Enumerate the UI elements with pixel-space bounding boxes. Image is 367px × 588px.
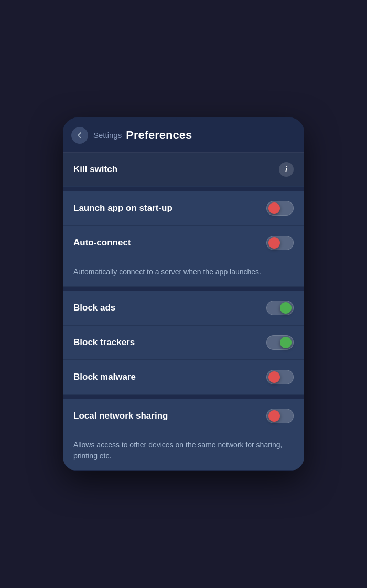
launch-startup-toggle[interactable] [266, 201, 294, 216]
toggle-thumb [280, 337, 292, 348]
block-ads-row: Block ads [63, 291, 304, 325]
toggle-thumb [280, 302, 292, 314]
block-trackers-row: Block trackers [63, 326, 304, 359]
block-malware-label: Block malware [73, 372, 136, 382]
auto-connect-description-text: Automatically connect to a server when t… [73, 266, 294, 277]
launch-startup-label: Launch app on start-up [73, 203, 172, 213]
kill-switch-section: Kill switch i [63, 153, 304, 186]
block-malware-row: Block malware [63, 360, 304, 394]
launch-startup-row: Launch app on start-up [63, 191, 304, 225]
block-trackers-toggle[interactable] [266, 335, 294, 350]
toggle-thumb [268, 202, 280, 214]
divider-1 [63, 187, 304, 191]
toggle-thumb [268, 237, 280, 249]
kill-switch-row: Kill switch i [63, 153, 304, 186]
local-network-description: Allows access to other devices on the sa… [63, 433, 304, 470]
back-button[interactable] [71, 127, 88, 144]
header-settings-label: Settings [93, 131, 122, 140]
divider-2 [63, 287, 304, 291]
auto-connect-label: Auto-connect [73, 238, 131, 248]
local-network-label: Local network sharing [73, 411, 168, 421]
block-ads-section: Block ads [63, 291, 304, 325]
content-area: Kill switch i Launch app on start-up Aut… [63, 153, 304, 470]
divider-3 [63, 395, 304, 399]
block-ads-label: Block ads [73, 303, 115, 313]
back-icon [75, 131, 84, 140]
header: Settings Preferences [63, 117, 304, 153]
toggle-thumb [268, 410, 280, 422]
kill-switch-info-button[interactable]: i [279, 162, 294, 177]
toggle-thumb [268, 371, 280, 383]
launch-startup-section: Launch app on start-up [63, 191, 304, 225]
block-ads-toggle[interactable] [266, 301, 294, 315]
header-title: Preferences [126, 129, 192, 142]
local-network-toggle[interactable] [266, 409, 294, 423]
local-network-row: Local network sharing [63, 399, 304, 433]
auto-connect-description: Automatically connect to a server when t… [63, 260, 304, 286]
kill-switch-label: Kill switch [73, 164, 117, 175]
auto-connect-row: Auto-connect [63, 226, 304, 260]
auto-connect-toggle[interactable] [266, 236, 294, 250]
block-malware-section: Block malware [63, 360, 304, 394]
block-trackers-label: Block trackers [73, 337, 135, 348]
phone-frame: Settings Preferences Kill switch i Launc… [63, 117, 304, 471]
auto-connect-section: Auto-connect Automatically connect to a … [63, 226, 304, 286]
block-malware-toggle[interactable] [266, 370, 294, 384]
local-network-description-text: Allows access to other devices on the sa… [73, 440, 294, 462]
local-network-section: Local network sharing Allows access to o… [63, 399, 304, 470]
block-trackers-section: Block trackers [63, 326, 304, 359]
